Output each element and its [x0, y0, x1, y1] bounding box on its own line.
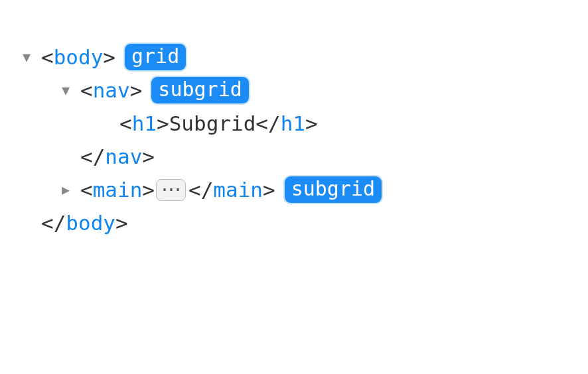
- angle-bracket: >: [130, 74, 143, 107]
- angle-bracket: >: [263, 174, 275, 207]
- angle-bracket: <: [80, 174, 93, 207]
- angle-bracket: <: [80, 74, 93, 107]
- angle-bracket: >: [115, 207, 128, 240]
- layout-badge-subgrid[interactable]: subgrid: [151, 77, 248, 103]
- tag-name: body: [54, 41, 104, 74]
- layout-badge-subgrid[interactable]: subgrid: [285, 176, 382, 203]
- angle-bracket: >: [157, 107, 169, 141]
- dom-node-body-open[interactable]: ▼ <body> grid: [23, 41, 588, 74]
- angle-bracket: >: [142, 141, 155, 174]
- angle-bracket: >: [142, 174, 155, 207]
- angle-bracket: </: [256, 107, 280, 141]
- dom-node-h1[interactable]: <h1>Subgrid</h1>: [23, 107, 588, 141]
- tag-name: h1: [132, 107, 157, 141]
- collapsed-ellipsis-icon[interactable]: ⋯: [156, 179, 186, 201]
- angle-bracket: </: [41, 207, 66, 240]
- tag-name: nav: [105, 141, 142, 174]
- tag-name: nav: [93, 74, 130, 107]
- dom-node-nav-close[interactable]: </nav>: [23, 141, 588, 174]
- dom-node-main[interactable]: ▶ <main> ⋯ </main> subgrid: [23, 174, 588, 207]
- expand-toggle-icon[interactable]: ▼: [62, 84, 80, 97]
- dom-node-nav-open[interactable]: ▼ <nav> subgrid: [23, 74, 588, 107]
- tag-name: main: [213, 174, 263, 207]
- angle-bracket: <: [41, 41, 54, 74]
- expand-toggle-icon[interactable]: ▼: [23, 50, 41, 64]
- tag-name: body: [66, 207, 115, 240]
- angle-bracket: >: [305, 107, 318, 141]
- expand-toggle-icon[interactable]: ▶: [62, 183, 80, 196]
- angle-bracket: <: [119, 107, 132, 141]
- angle-bracket: >: [103, 41, 115, 74]
- text-content: Subgrid: [169, 107, 256, 141]
- dom-node-body-close[interactable]: </body>: [23, 207, 588, 240]
- tag-name: h1: [281, 107, 305, 141]
- layout-badge-grid[interactable]: grid: [125, 44, 186, 70]
- angle-bracket: </: [188, 174, 213, 207]
- angle-bracket: </: [80, 141, 105, 174]
- tag-name: main: [93, 174, 143, 207]
